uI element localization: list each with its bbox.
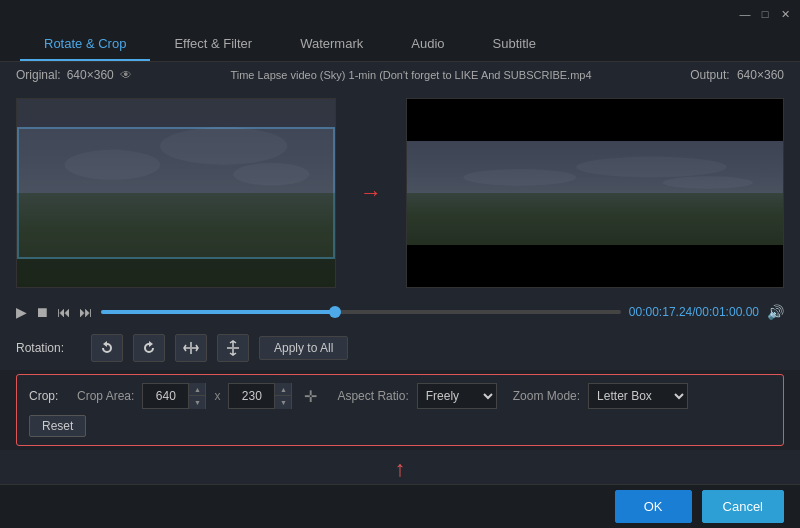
tab-audio[interactable]: Audio bbox=[387, 28, 468, 61]
original-label: Original: bbox=[16, 68, 61, 82]
apply-to-all-button[interactable]: Apply to All bbox=[259, 336, 348, 360]
preview-area: → bbox=[0, 88, 800, 298]
output-label: Output: bbox=[690, 68, 729, 82]
bottom-bar: OK Cancel bbox=[0, 484, 800, 528]
preview-left-video bbox=[17, 99, 335, 287]
eye-icon[interactable]: 👁 bbox=[120, 68, 132, 82]
up-arrow-icon: ↑ bbox=[395, 456, 406, 482]
prev-frame-button[interactable]: ⏮ bbox=[57, 304, 71, 320]
tab-watermark[interactable]: Watermark bbox=[276, 28, 387, 61]
crop-width-input-group: ▲ ▼ bbox=[142, 383, 206, 409]
cancel-button[interactable]: Cancel bbox=[702, 490, 784, 523]
rotate-left-button[interactable] bbox=[91, 334, 123, 362]
preview-left bbox=[16, 98, 336, 288]
minimize-button[interactable]: — bbox=[738, 7, 752, 21]
volume-icon[interactable]: 🔊 bbox=[767, 304, 784, 320]
crop-height-input-group: ▲ ▼ bbox=[228, 383, 292, 409]
tab-effect-filter[interactable]: Effect & Filter bbox=[150, 28, 276, 61]
svg-rect-6 bbox=[407, 193, 783, 245]
crop-label: Crop: bbox=[29, 389, 69, 403]
crop-height-spinners: ▲ ▼ bbox=[274, 383, 291, 409]
original-size: 640×360 bbox=[67, 68, 114, 82]
progress-bar[interactable] bbox=[101, 310, 621, 314]
tab-subtitle[interactable]: Subtitle bbox=[469, 28, 560, 61]
crop-width-spinners: ▲ ▼ bbox=[188, 383, 205, 409]
letterbox-bottom bbox=[407, 245, 783, 287]
crop-area-label: Crop Area: bbox=[77, 389, 134, 403]
maximize-button[interactable]: □ bbox=[758, 7, 772, 21]
output-size: 640×360 bbox=[737, 68, 784, 82]
right-arrow-icon: → bbox=[360, 180, 382, 206]
crop-row-1: Crop: Crop Area: ▲ ▼ x ▲ ▼ ✛ Aspect Rati… bbox=[29, 383, 771, 409]
info-bar: Original: 640×360 👁 Time Lapse video (Sk… bbox=[0, 62, 800, 88]
crop-height-input[interactable] bbox=[229, 389, 274, 403]
tab-bar: Rotate & Crop Effect & Filter Watermark … bbox=[0, 28, 800, 62]
title-bar: — □ ✕ bbox=[0, 0, 800, 28]
svg-point-4 bbox=[233, 163, 309, 186]
rotation-label: Rotation: bbox=[16, 341, 81, 355]
zoom-mode-select[interactable]: Letter Box Pan & Scan Full bbox=[588, 383, 688, 409]
crop-row-2: Reset bbox=[29, 415, 771, 437]
letterbox-top bbox=[407, 99, 783, 141]
rotation-section: Rotation: Apply to All bbox=[0, 326, 800, 370]
tab-rotate-crop[interactable]: Rotate & Crop bbox=[20, 28, 150, 61]
close-button[interactable]: ✕ bbox=[778, 7, 792, 21]
crop-height-up[interactable]: ▲ bbox=[275, 383, 291, 396]
ok-button[interactable]: OK bbox=[615, 490, 692, 523]
svg-point-7 bbox=[463, 169, 576, 186]
video-content bbox=[407, 141, 783, 245]
reset-button[interactable]: Reset bbox=[29, 415, 86, 437]
arrow-indicator: ↑ bbox=[0, 450, 800, 488]
progress-fill bbox=[101, 310, 335, 314]
crop-height-down[interactable]: ▼ bbox=[275, 396, 291, 409]
filename-label: Time Lapse video (Sky) 1-min (Don't forg… bbox=[230, 69, 591, 81]
preview-right bbox=[406, 98, 784, 288]
preview-arrow: → bbox=[356, 98, 386, 288]
svg-point-9 bbox=[663, 176, 753, 188]
svg-point-2 bbox=[65, 150, 160, 180]
crop-section: Crop: Crop Area: ▲ ▼ x ▲ ▼ ✛ Aspect Rati… bbox=[16, 374, 784, 446]
progress-thumb bbox=[329, 306, 341, 318]
svg-point-3 bbox=[160, 127, 287, 165]
crop-width-up[interactable]: ▲ bbox=[189, 383, 205, 396]
svg-point-8 bbox=[576, 157, 726, 178]
original-info: Original: 640×360 👁 bbox=[16, 68, 132, 82]
crop-width-down[interactable]: ▼ bbox=[189, 396, 205, 409]
rotate-right-button[interactable] bbox=[133, 334, 165, 362]
output-info: Output: 640×360 bbox=[690, 68, 784, 82]
playback-controls: ▶ ⏹ ⏮ ⏭ 00:00:17.24/00:01:00.00 🔊 bbox=[0, 298, 800, 326]
aspect-ratio-select[interactable]: Freely 16:9 4:3 1:1 9:16 bbox=[417, 383, 497, 409]
time-display: 00:00:17.24/00:01:00.00 bbox=[629, 305, 759, 319]
time-current: 00:00:17.24 bbox=[629, 305, 692, 319]
time-total: 00:01:00.00 bbox=[696, 305, 759, 319]
zoom-mode-label: Zoom Mode: bbox=[513, 389, 580, 403]
preview-right-video bbox=[407, 99, 783, 287]
next-frame-button[interactable]: ⏭ bbox=[79, 304, 93, 320]
stop-button[interactable]: ⏹ bbox=[35, 304, 49, 320]
play-button[interactable]: ▶ bbox=[16, 304, 27, 320]
aspect-ratio-label: Aspect Ratio: bbox=[337, 389, 408, 403]
move-icon: ✛ bbox=[304, 387, 317, 406]
crop-width-input[interactable] bbox=[143, 389, 188, 403]
x-separator: x bbox=[214, 389, 220, 403]
svg-rect-1 bbox=[17, 193, 335, 287]
flip-vertical-button[interactable] bbox=[217, 334, 249, 362]
flip-horizontal-button[interactable] bbox=[175, 334, 207, 362]
